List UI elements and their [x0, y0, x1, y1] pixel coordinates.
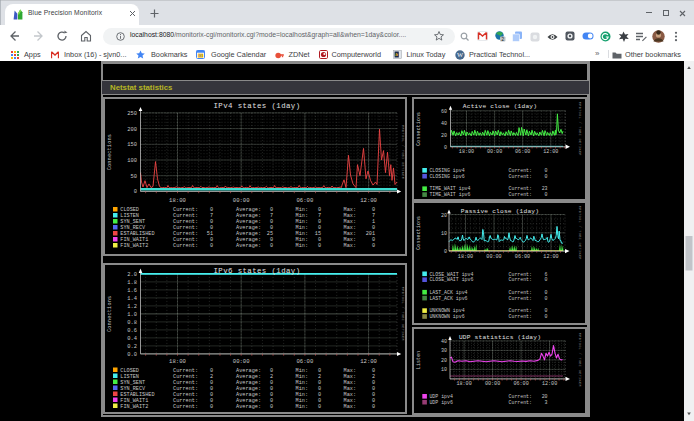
svg-text:Current:: Current: — [173, 243, 198, 249]
svg-text:06:00: 06:00 — [515, 149, 530, 155]
svg-text:18:00: 18:00 — [169, 357, 186, 364]
svg-text:18:00: 18:00 — [169, 197, 186, 204]
svg-text:30: 30 — [441, 348, 447, 354]
svg-text:Connections: Connections — [108, 295, 114, 331]
svg-text:0.4: 0.4 — [127, 335, 137, 341]
svg-text:FIN_WAIT2: FIN_WAIT2 — [120, 403, 148, 409]
svg-text:0: 0 — [545, 295, 548, 300]
svg-text:UDP ipv4: UDP ipv4 — [429, 394, 453, 399]
svg-text:0.8: 0.8 — [127, 319, 137, 325]
svg-text:Current:: Current: — [509, 308, 532, 313]
svg-text:0: 0 — [545, 173, 548, 178]
svg-text:Connections: Connections — [416, 111, 421, 145]
svg-text:20: 20 — [441, 358, 447, 364]
svg-text:12:00: 12:00 — [360, 357, 377, 364]
svg-text:FIN_WAIT2: FIN_WAIT2 — [120, 243, 148, 249]
svg-text:200: 200 — [127, 126, 137, 132]
svg-text:0.6: 0.6 — [127, 327, 137, 333]
svg-text:20: 20 — [542, 394, 548, 399]
svg-text:Current:: Current: — [509, 314, 532, 319]
svg-text:00:00: 00:00 — [485, 381, 500, 387]
svg-text:1.4: 1.4 — [127, 295, 137, 301]
svg-text:0: 0 — [545, 277, 548, 282]
svg-text:CLOSING ipv4: CLOSING ipv4 — [429, 168, 464, 173]
svg-text:UNKNOWN ipv4: UNKNOWN ipv4 — [429, 308, 464, 313]
svg-text:Current:: Current: — [509, 394, 532, 399]
svg-text:2.0: 2.0 — [127, 271, 137, 277]
svg-text:0: 0 — [270, 243, 273, 249]
svg-text:0: 0 — [270, 403, 273, 409]
svg-text:Average:: Average: — [236, 403, 261, 409]
svg-text:CLOSING ipv6: CLOSING ipv6 — [429, 173, 464, 178]
svg-text:0: 0 — [210, 243, 213, 249]
svg-text:W: W — [456, 51, 463, 58]
svg-text:0: 0 — [210, 403, 213, 409]
svg-text:06:00: 06:00 — [515, 254, 530, 260]
svg-text:0: 0 — [545, 289, 548, 294]
svg-text:31: 31 — [198, 53, 203, 58]
svg-text:100: 100 — [127, 158, 137, 164]
svg-text:RRDTOOL / TOBI OETIKER: RRDTOOL / TOBI OETIKER — [578, 101, 582, 156]
svg-text:1.8: 1.8 — [127, 279, 137, 285]
svg-text:06:00: 06:00 — [297, 357, 314, 364]
svg-text:Current:: Current: — [509, 168, 532, 173]
svg-text:UNKNOWN ipv6: UNKNOWN ipv6 — [429, 314, 464, 319]
svg-text:06:00: 06:00 — [297, 197, 314, 204]
svg-text:0: 0 — [318, 403, 321, 409]
svg-text:20: 20 — [441, 212, 447, 218]
svg-text:10: 10 — [441, 230, 447, 236]
svg-text:Min:: Min: — [296, 243, 308, 249]
svg-text:Connections: Connections — [108, 133, 114, 169]
svg-text:IPv6 states (1day): IPv6 states (1day) — [213, 267, 300, 275]
svg-text:CLOSE_WAIT ipv4: CLOSE_WAIT ipv4 — [429, 271, 473, 276]
svg-text:UDP statistics (1day): UDP statistics (1day) — [459, 334, 541, 341]
svg-text:0: 0 — [545, 314, 548, 319]
svg-text:RRDTOOL / TOBI OETIKER: RRDTOOL / TOBI OETIKER — [578, 205, 582, 260]
svg-text:IPv4 states (1day): IPv4 states (1day) — [213, 102, 300, 110]
svg-text:3: 3 — [545, 400, 548, 405]
svg-text:Passive close (1day): Passive close (1day) — [461, 208, 539, 215]
svg-text:Current:: Current: — [509, 295, 532, 300]
svg-text:06:00: 06:00 — [513, 381, 528, 387]
svg-text:0: 0 — [545, 168, 548, 173]
svg-text:00:00: 00:00 — [233, 357, 250, 364]
svg-text:Current:: Current: — [509, 400, 532, 405]
svg-text:TIME_WAIT ipv6: TIME_WAIT ipv6 — [429, 192, 470, 197]
svg-text:Current:: Current: — [509, 186, 532, 191]
svg-text:Current:: Current: — [173, 403, 198, 409]
svg-text:RRDTOOL / TOBI OETIKER: RRDTOOL / TOBI OETIKER — [578, 333, 582, 388]
svg-text:18:00: 18:00 — [456, 381, 471, 387]
svg-text:150: 150 — [127, 142, 137, 148]
svg-text:0: 0 — [372, 403, 375, 409]
svg-text:6: 6 — [545, 271, 548, 276]
svg-text:0: 0 — [444, 144, 447, 150]
svg-text:40: 40 — [441, 339, 447, 345]
svg-text:60: 60 — [441, 108, 447, 114]
svg-text:0: 0 — [444, 249, 447, 255]
svg-text:18:00: 18:00 — [459, 149, 474, 155]
svg-text:00:00: 00:00 — [486, 254, 501, 260]
svg-text:12:00: 12:00 — [542, 381, 557, 387]
svg-text:Connections: Connections — [416, 215, 421, 249]
svg-text:Current:: Current: — [509, 271, 532, 276]
svg-text:0: 0 — [318, 243, 321, 249]
svg-text:LAST_ACK ipv6: LAST_ACK ipv6 — [429, 295, 467, 300]
svg-text:0: 0 — [545, 192, 548, 197]
svg-text:1.0: 1.0 — [127, 311, 137, 317]
svg-text:0.2: 0.2 — [127, 343, 137, 349]
svg-text:Current:: Current: — [509, 173, 532, 178]
svg-text:0.0: 0.0 — [127, 351, 137, 357]
svg-text:23: 23 — [542, 186, 548, 191]
svg-text:20: 20 — [441, 132, 447, 138]
svg-text:12:00: 12:00 — [543, 254, 558, 260]
svg-text:Max:: Max: — [344, 243, 356, 249]
svg-text:TIME_WAIT ipv4: TIME_WAIT ipv4 — [429, 186, 470, 191]
svg-text:12:00: 12:00 — [360, 197, 377, 204]
svg-text:10: 10 — [441, 367, 447, 373]
svg-text:0: 0 — [545, 308, 548, 313]
svg-text:Listen: Listen — [416, 351, 421, 369]
svg-text:12:00: 12:00 — [543, 149, 558, 155]
svg-text:50: 50 — [131, 173, 137, 179]
svg-text:0: 0 — [372, 243, 375, 249]
svg-text:1.2: 1.2 — [127, 303, 137, 309]
